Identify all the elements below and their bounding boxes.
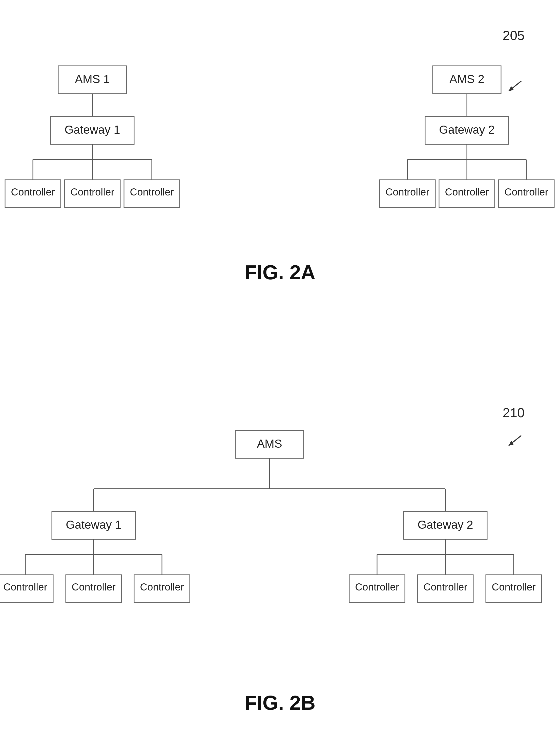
svg-marker-1 <box>509 86 514 91</box>
page: 205 AMS 1 Gateway 1 Controller Controlle… <box>0 0 560 750</box>
svg-text:Controller: Controller <box>423 581 467 592</box>
svg-text:Controller: Controller <box>130 186 173 197</box>
fig2a-diagram: AMS 1 Gateway 1 Controller Controller Co… <box>0 51 560 248</box>
svg-text:Controller: Controller <box>71 581 116 592</box>
svg-text:Gateway 1: Gateway 1 <box>66 518 122 531</box>
svg-text:Controller: Controller <box>3 581 47 592</box>
fig2b-label: FIG. 2B <box>245 691 315 714</box>
svg-text:Gateway 2: Gateway 2 <box>439 123 495 136</box>
svg-text:Controller: Controller <box>504 186 548 197</box>
svg-text:Controller: Controller <box>445 186 489 197</box>
svg-text:Controller: Controller <box>140 581 184 592</box>
svg-text:Controller: Controller <box>70 186 114 197</box>
svg-text:Gateway 1: Gateway 1 <box>64 123 120 136</box>
ref-205-label: 205 <box>502 28 524 43</box>
svg-text:AMS 2: AMS 2 <box>450 73 484 85</box>
svg-text:AMS 1: AMS 1 <box>75 73 110 85</box>
svg-text:Gateway 2: Gateway 2 <box>417 518 473 531</box>
svg-text:Controller: Controller <box>386 186 429 197</box>
fig2a-label: FIG. 2A <box>245 261 315 284</box>
svg-marker-35 <box>509 440 514 446</box>
svg-text:Controller: Controller <box>492 581 536 592</box>
svg-text:Controller: Controller <box>11 186 55 197</box>
svg-text:AMS: AMS <box>257 437 282 450</box>
svg-text:Controller: Controller <box>355 581 399 592</box>
fig2b-diagram: AMS Gateway 1 Gateway 2 Controller Contr… <box>0 410 560 664</box>
